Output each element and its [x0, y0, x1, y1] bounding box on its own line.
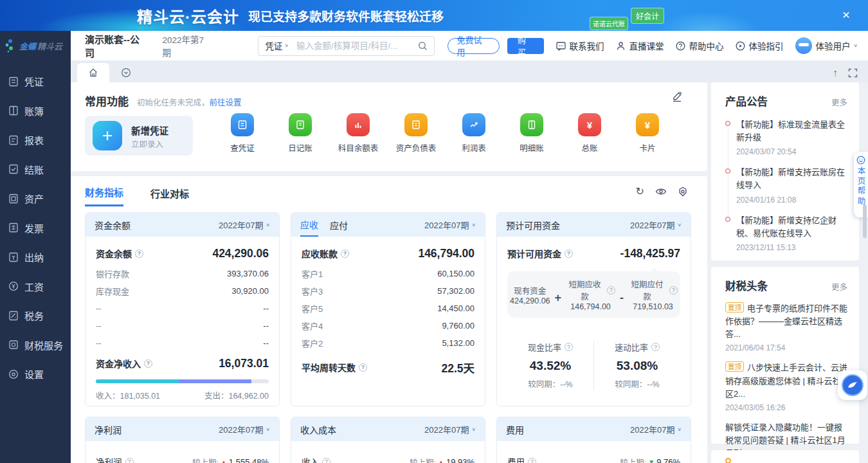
- question-icon[interactable]: ?: [144, 359, 152, 368]
- period-selector[interactable]: 2022年07期∨: [219, 219, 270, 231]
- document-icon: [8, 77, 19, 87]
- sidebar-item-settings[interactable]: 设置: [0, 359, 71, 389]
- close-icon[interactable]: ×: [837, 6, 855, 24]
- chevron-down-icon: ∨: [266, 222, 270, 228]
- bars-app-icon: [347, 113, 370, 136]
- question-icon[interactable]: ?: [135, 250, 143, 258]
- card-body: 资金余额? 424,290.06 银行存款393,370.06 库存现金30,9…: [86, 237, 279, 401]
- sidebar-item-cashier[interactable]: 出纳: [0, 242, 71, 272]
- period-selector[interactable]: 2022年07期∨: [219, 423, 270, 435]
- brand-name: 金蝶: [19, 40, 36, 52]
- sidebar-item-invoices[interactable]: 发票: [0, 213, 71, 243]
- search-category-dropdown[interactable]: 凭证 ∨: [265, 39, 289, 52]
- question-circle-icon: [676, 41, 685, 51]
- question-icon[interactable]: ?: [528, 458, 536, 463]
- free-trial-button[interactable]: 免费试用: [448, 38, 500, 54]
- search-icon[interactable]: [418, 41, 428, 51]
- tab-payable[interactable]: 应付: [330, 213, 348, 237]
- more-link[interactable]: 更多: [831, 96, 847, 108]
- news-item[interactable]: 置顶八步快速上手云会计、云进销存高级版邀您体验 | 精斗云社区2... 2024…: [725, 361, 847, 412]
- question-icon[interactable]: ?: [125, 458, 134, 463]
- tab-home[interactable]: [77, 63, 109, 82]
- question-icon[interactable]: ?: [359, 363, 367, 372]
- ratio-row: 现金比率? 43.52% 较同期：--% 速动比率? 53.08% 较同期：--…: [507, 341, 680, 390]
- question-icon[interactable]: ?: [565, 250, 573, 258]
- contact-us-button[interactable]: 联系我们: [556, 39, 604, 52]
- floating-assistant-button[interactable]: [838, 370, 867, 400]
- fullscreen-icon[interactable]: [848, 68, 858, 78]
- sidebar-item-payroll[interactable]: 工资: [0, 272, 71, 302]
- question-icon[interactable]: ?: [565, 343, 573, 351]
- question-icon[interactable]: ?: [341, 250, 349, 258]
- question-icon[interactable]: ?: [651, 343, 660, 351]
- app-view-voucher[interactable]: 查凭证: [213, 113, 271, 154]
- chevron-down-icon: ∨: [853, 43, 858, 48]
- app-balance-sheet[interactable]: 资产负债表: [387, 113, 445, 154]
- customer-row: 客户357,302.00: [302, 282, 475, 300]
- live-class-button[interactable]: 直播课堂: [616, 39, 664, 52]
- news-item[interactable]: 置顶电子专票的纸质打印件不能作依据？———金蝶云社区精选答... 2021/06…: [725, 302, 847, 352]
- settings-gear-icon[interactable]: [678, 186, 688, 197]
- app-general-ledger[interactable]: ¥ 总账: [561, 113, 619, 154]
- question-icon[interactable]: ?: [669, 286, 678, 295]
- card-header: 预计可用资金 2022年07期∨: [497, 213, 691, 237]
- sidebar-item-reports[interactable]: 报表: [0, 125, 71, 155]
- app-card[interactable]: ¥ 卡片: [619, 113, 676, 154]
- sidebar-item-services[interactable]: 财税服务: [0, 331, 71, 360]
- expense-card: 费用 2022年07期∨ 费用? 较上期:▼9.76%: [496, 417, 691, 463]
- help-bulb-icon: [856, 156, 865, 165]
- sidebar-item-assets[interactable]: 资产: [0, 184, 71, 213]
- sidebar-item-closing[interactable]: 结账: [0, 155, 71, 185]
- new-voucher-card[interactable]: + 新增凭证 立即录入: [85, 116, 193, 156]
- scrollbar-thumb[interactable]: [863, 204, 867, 238]
- guide-button[interactable]: 体验指引: [736, 39, 783, 52]
- top-header: 演示账套--公司 2022年第7期 凭证 ∨ 免费试用 购买 联系我们 直播课堂…: [71, 31, 868, 60]
- tab-financial-indicators[interactable]: 财务指标: [85, 185, 123, 206]
- app-income-statement[interactable]: 利润表: [445, 113, 503, 154]
- app-journal[interactable]: 日记账: [271, 113, 329, 154]
- current-period[interactable]: 2022年第7期: [163, 33, 212, 59]
- app-detail-ledger[interactable]: 明细账: [503, 113, 561, 154]
- announcement-item[interactable]: 【新功能】新增支持亿企财税、易代账在线导入 2023/12/11 15:13: [725, 214, 847, 262]
- metric-value: 146,794.00: [418, 247, 475, 260]
- card-app-icon: ¥: [636, 113, 659, 136]
- main-metric: 应收账款? 146,794.00: [302, 242, 475, 265]
- tab-industry-benchmark[interactable]: 行业对标: [150, 186, 189, 206]
- banner-badge: 好会计: [631, 8, 664, 23]
- question-icon[interactable]: ?: [322, 458, 330, 463]
- init-notice: 初始化任务未完成，前往设置: [137, 96, 242, 108]
- user-menu[interactable]: 体验用户 ∨: [795, 37, 858, 54]
- account-name[interactable]: 演示账套--公司: [85, 32, 149, 59]
- app-balance-sheet-accounts[interactable]: 科目余额表: [329, 113, 387, 154]
- period-selector[interactable]: 2022年07期∨: [424, 219, 476, 231]
- sidebar-item-voucher[interactable]: 凭证: [0, 67, 71, 96]
- plus-icon[interactable]: +: [93, 121, 122, 150]
- announcement-item[interactable]: 【新功能】新增支持云账房在线导入 2024/01/16 21:08: [725, 166, 847, 213]
- gear-icon: [8, 369, 19, 379]
- quick-apps: 查凭证 日记账 科目余额表 资产负债表 利润表 明细账 ¥ 总账 ¥ 卡片: [213, 113, 676, 154]
- more-link[interactable]: 更多: [831, 280, 847, 293]
- search-input[interactable]: [296, 41, 418, 51]
- sidebar-item-books[interactable]: 账簿: [0, 96, 71, 126]
- expense-bar-segment: [179, 379, 251, 383]
- announcement-list: 【新功能】标准现金流量表全新升级 2024/03/07 20:54 【新功能】新…: [725, 118, 847, 262]
- scroll-top-icon[interactable]: ↑: [833, 68, 838, 78]
- goto-settings-link[interactable]: 前往设置: [210, 98, 242, 107]
- sidebar-item-tax[interactable]: 税务: [0, 301, 71, 331]
- announcement-date: 2024/01/16 21:08: [736, 195, 847, 204]
- tab-receivable[interactable]: 应收: [300, 213, 318, 237]
- eye-icon[interactable]: [655, 187, 667, 196]
- edit-pencil-icon[interactable]: [671, 91, 683, 102]
- period-selector[interactable]: 2022年07期∨: [424, 423, 476, 435]
- help-center-button[interactable]: 帮助中心: [676, 39, 723, 52]
- tab-list-dropdown[interactable]: [121, 68, 131, 78]
- refresh-icon[interactable]: ↻: [636, 186, 644, 197]
- period-selector[interactable]: 2022年07期∨: [630, 423, 682, 435]
- announcement-item[interactable]: 【新功能】标准现金流量表全新升级 2024/03/07 20:54: [725, 118, 847, 166]
- sidebar-item-label: 账簿: [24, 104, 44, 118]
- buy-button[interactable]: 购买: [507, 38, 545, 54]
- cashier-icon: [8, 252, 19, 262]
- card-header: 资金余额 2022年07期∨: [86, 213, 279, 237]
- question-icon[interactable]: ?: [607, 286, 615, 295]
- period-selector[interactable]: 2022年07期∨: [630, 219, 682, 231]
